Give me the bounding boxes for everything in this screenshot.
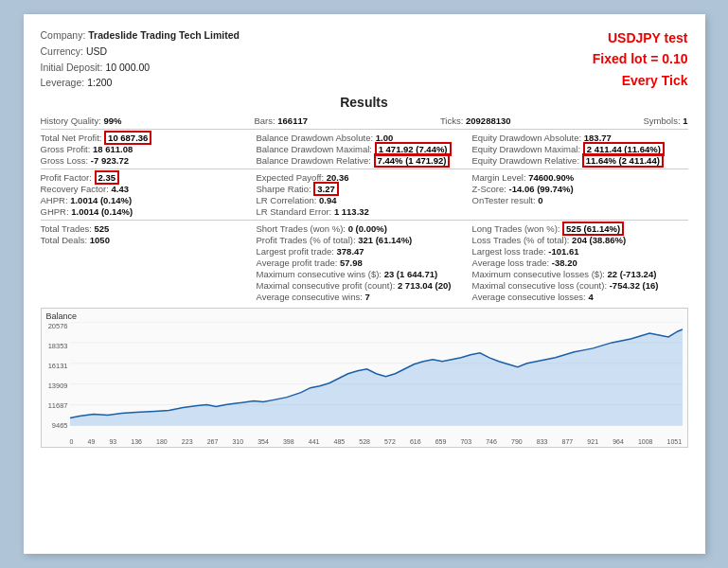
avg-consec-wins-cell: Average consecutive wins: 7 [257, 292, 472, 302]
avg-loss-cell: Average loss trade: -38.20 [472, 257, 688, 268]
al-label: Average loss trade: [472, 257, 550, 268]
mcp-label: Maximal consecutive profit (count): [257, 280, 396, 291]
al-value: -38.20 [552, 257, 577, 268]
ghpr-label: GHPR: [41, 206, 69, 217]
total-net-profit-cell: Total Net Profit: 10 687.36 [41, 133, 257, 143]
gl-value: -7 923.72 [91, 155, 129, 166]
acl-label: Average consecutive losses: [472, 292, 586, 302]
leverage-label: Leverage: [41, 77, 85, 88]
profit-trades-cell: Profit Trades (% of total): 321 (61.14%) [257, 235, 472, 245]
tnp-label: Total Net Profit: [41, 133, 102, 143]
divider1 [41, 129, 688, 130]
ll-value: -101.61 [548, 246, 578, 257]
short-trades-cell: Short Trades (won %): 0 (0.00%) [257, 223, 472, 234]
td-value: 1050 [90, 235, 110, 245]
total-trades-cell: Total Trades: 525 [41, 223, 257, 234]
balance-chart: Balance 20576 18353 16131 13909 11687 94… [41, 308, 688, 448]
edr-label: Equity Drawdown Relative: [472, 155, 580, 166]
pf-value: 2.35 [95, 170, 120, 185]
symbols-label: Symbols: [643, 115, 680, 126]
lt-label: Long Trades (won %): [472, 223, 560, 234]
leverage-value: 1:200 [87, 77, 112, 88]
max-consec-profit-cell: Maximal consecutive profit (count): 2 71… [257, 280, 472, 291]
st-label: Short Trades (won %): [257, 223, 346, 234]
y-label-5: 11687 [48, 401, 68, 410]
ltl-value: 204 (38.86%) [572, 235, 626, 245]
y-label-6: 9465 [52, 421, 68, 430]
loss-trades-cell: Loss Trades (% of total): 204 (38.86%) [472, 235, 688, 245]
rf-label: Recovery Factor: [41, 184, 109, 194]
lr-std-cell: LR Standard Error: 1 113.32 [257, 206, 472, 217]
hq-value: 99% [104, 115, 122, 126]
mcl-label: Maximum consecutive losses ($): [472, 269, 605, 279]
long-trades-cell: Long Trades (won %): 525 (61.14%) [472, 223, 688, 234]
ontester-cell: OnTester result: 0 [472, 195, 688, 205]
trades-row3: Largest profit trade: 378.47 Largest los… [41, 246, 688, 257]
trades-row1: Total Trades: 525 Short Trades (won %): … [41, 223, 688, 234]
acw-label: Average consecutive wins: [257, 292, 363, 302]
ap-label: Average profit trade: [257, 257, 338, 268]
ml-label: Margin Level: [472, 172, 526, 183]
zs-label: Z-Score: [472, 184, 506, 194]
row-7: GHPR: 1.0014 (0.14%) LR Standard Error: … [41, 206, 688, 217]
trades-row2: Total Deals: 1050 Profit Trades (% of to… [41, 235, 688, 245]
y-label-3: 16131 [48, 362, 68, 370]
top-right-info: USDJPY test Fixed lot = 0.10 Every Tick [593, 27, 688, 91]
mclc-label: Maximal consecutive loss (count): [472, 280, 608, 291]
sr-label: Sharpe Ratio: [257, 184, 311, 194]
bdm-label: Balance Drawdown Maximal: [257, 144, 373, 154]
st-value: 0 (0.00%) [348, 223, 387, 234]
edr-value: 11.64% (2 411.44) [582, 153, 664, 168]
y-label-4: 13909 [48, 382, 68, 390]
mcw-value: 23 (1 644.71) [384, 269, 438, 279]
ahpr-label: AHPR: [41, 195, 68, 205]
top-section: Company: Tradeslide Trading Tech Limited… [41, 27, 688, 91]
deposit-label: Initial Deposit: [41, 62, 103, 73]
largest-loss-cell: Largest loss trade: -101.61 [472, 246, 688, 257]
company-label: Company: [41, 29, 86, 41]
avg-consec-losses-cell: Average consecutive losses: 4 [472, 292, 688, 302]
bars-label: Bars: [254, 115, 275, 126]
hq-label: History Quality: [41, 115, 101, 126]
currency-value: USD [86, 45, 107, 57]
ml-value: 74600.90% [528, 172, 574, 183]
max-consec-losses-cell: Maximum consecutive losses ($): 22 (-713… [472, 269, 688, 279]
row-3: Gross Loss: -7 923.72 Balance Drawdown R… [41, 155, 688, 166]
sr-value: 3.27 [313, 182, 339, 196]
gp-label: Gross Profit: [41, 144, 91, 154]
lr-corr-cell: LR Correlation: 0.94 [257, 195, 472, 205]
td-label: Total Deals: [41, 235, 88, 245]
row-4: Profit Factor: 2.35 Expected Payoff: 20.… [41, 172, 688, 183]
x-axis: 0499313618022326731035439844148552857261… [70, 438, 683, 445]
lrs-label: LR Standard Error: [257, 206, 332, 217]
report-container: Company: Tradeslide Trading Tech Limited… [24, 14, 705, 554]
chart-svg [70, 322, 683, 425]
ahpr-cell: AHPR: 1.0014 (0.14%) [41, 195, 257, 205]
trades-row7: Average consecutive wins: 7 Average cons… [41, 292, 688, 302]
currency-label: Currency: [41, 45, 84, 57]
mclc-value: -754.32 (16) [610, 280, 659, 291]
results-title: Results [41, 95, 688, 110]
ll-label: Largest loss trade: [472, 246, 546, 257]
avg-profit-cell: Average profit trade: 57.98 [257, 257, 472, 268]
tt-value: 525 [95, 223, 110, 234]
max-consec-wins-cell: Maximum consecutive wins ($): 23 (1 644.… [257, 269, 472, 279]
bdr-cell: Balance Drawdown Relative: 7.44% (1 471.… [257, 155, 472, 166]
eda-label: Equity Drawdown Absolute: [472, 133, 582, 143]
tnp-value: 10 687.36 [104, 131, 151, 145]
ghpr-cell: GHPR: 1.0014 (0.14%) [41, 206, 257, 217]
lrs-value: 1 113.32 [334, 206, 369, 217]
ghpr-value: 1.0014 (0.14%) [71, 206, 133, 217]
company-info: Company: Tradeslide Trading Tech Limited… [41, 27, 240, 91]
company-name: Tradeslide Trading Tech Limited [88, 29, 240, 41]
sharpe-ratio-cell: Sharpe Ratio: 3.27 [257, 184, 472, 194]
edm-label: Equity Drawdown Maximal: [472, 144, 581, 154]
deposit-value: 10 000.00 [105, 62, 150, 73]
expected-payoff-cell: Expected Payoff: 20.36 [257, 172, 472, 183]
largest-profit-cell: Largest profit trade: 378.47 [257, 246, 472, 257]
mcw-label: Maximum consecutive wins ($): [257, 269, 382, 279]
chart-title: Balance [46, 311, 78, 321]
mcl-value: 22 (-713.24) [608, 269, 657, 279]
tt-label: Total Trades: [41, 223, 92, 234]
bda-label: Balance Drawdown Absolute: [257, 133, 374, 143]
